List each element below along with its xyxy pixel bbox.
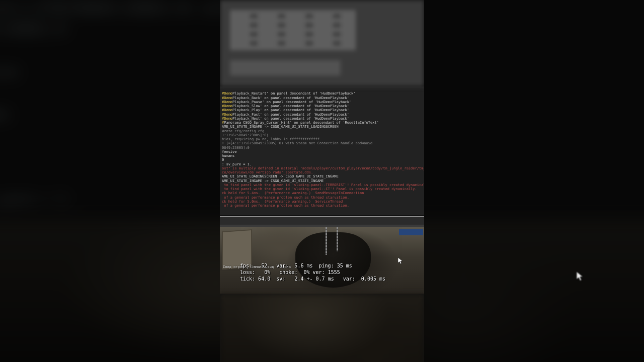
console-input[interactable] (220, 216, 424, 225)
prop-blue-sign (399, 229, 423, 235)
game-viewport[interactable]: След игрок | Сменить вид | Карта fps: 52… (220, 227, 424, 294)
prop-chain (326, 227, 327, 255)
mouse-cursor-icon (398, 257, 403, 264)
developer-console[interactable]: #DemoPlayback_Restart' on panel descenda… (220, 86, 424, 215)
scoreboard-blurred (220, 0, 424, 86)
net-graph: fps: 52 var: 5.6 ms ping: 35 ms loss: 0%… (240, 262, 422, 282)
prop-chain (337, 227, 338, 251)
mouse-cursor-icon (577, 272, 582, 279)
video-column: #DemoPlayback_Restart' on panel descenda… (220, 0, 424, 362)
game-viewport-blur (220, 294, 424, 363)
